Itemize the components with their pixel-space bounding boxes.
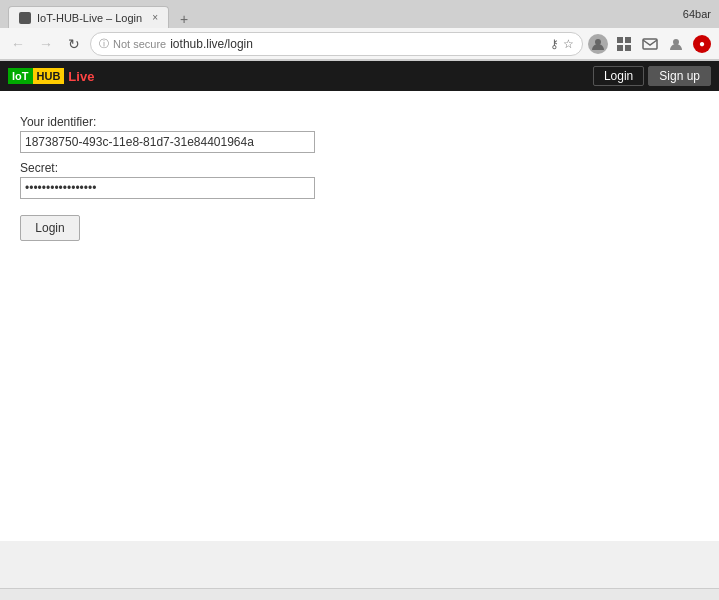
brand-live-label: Live <box>64 67 98 86</box>
svg-rect-2 <box>625 37 631 43</box>
secret-label: Secret: <box>20 161 699 175</box>
header-login-button[interactable]: Login <box>593 66 644 86</box>
refresh-button[interactable]: ↻ <box>62 32 86 56</box>
horizontal-scrollbar[interactable] <box>0 588 719 600</box>
extension-red-icon[interactable]: ● <box>691 33 713 55</box>
secret-input[interactable] <box>20 177 315 199</box>
identifier-label: Your identifier: <box>20 115 699 129</box>
svg-rect-4 <box>625 45 631 51</box>
tab-close-button[interactable]: × <box>152 12 158 23</box>
svg-rect-1 <box>617 37 623 43</box>
svg-rect-3 <box>617 45 623 51</box>
address-bar[interactable]: ⓘ Not secure iothub.live/login ⚷ ☆ <box>90 32 583 56</box>
identifier-field-group: Your identifier: <box>20 115 699 153</box>
bookmark-icon[interactable]: ☆ <box>563 37 574 51</box>
app-header: IoT HUB Live Login Sign up <box>0 61 719 91</box>
identifier-input[interactable] <box>20 131 315 153</box>
window-size-label: 64bar <box>683 8 711 20</box>
url-display: iothub.live/login <box>170 37 546 51</box>
page-content: Your identifier: Secret: Login <box>0 91 719 541</box>
header-nav: Login Sign up <box>593 66 711 86</box>
extension-grid-icon[interactable] <box>613 33 635 55</box>
header-signup-button[interactable]: Sign up <box>648 66 711 86</box>
brand-iot-label: IoT <box>8 68 33 84</box>
svg-rect-5 <box>643 39 657 49</box>
login-submit-button[interactable]: Login <box>20 215 80 241</box>
login-form: Your identifier: Secret: Login <box>20 115 699 241</box>
tab-title: IoT-HUB-Live – Login <box>37 12 142 24</box>
nav-extensions: ● <box>587 33 713 55</box>
brand-logo: IoT HUB Live <box>8 67 98 86</box>
profile-icon[interactable] <box>587 33 609 55</box>
secret-field-group: Secret: <box>20 161 699 199</box>
info-icon: ⓘ <box>99 37 109 51</box>
extension-mail-icon[interactable] <box>639 33 661 55</box>
security-label: Not secure <box>113 38 166 50</box>
new-tab-button[interactable]: + <box>173 10 195 28</box>
title-bar: IoT-HUB-Live – Login × + 64bar <box>0 0 719 28</box>
brand-hub-label: HUB <box>33 68 65 84</box>
nav-bar: ← → ↻ ⓘ Not secure iothub.live/login ⚷ ☆ <box>0 28 719 60</box>
forward-button[interactable]: → <box>34 32 58 56</box>
key-icon: ⚷ <box>550 37 559 51</box>
extension-person-icon[interactable] <box>665 33 687 55</box>
browser-tab[interactable]: IoT-HUB-Live – Login × <box>8 6 169 28</box>
back-button[interactable]: ← <box>6 32 30 56</box>
tab-favicon <box>19 12 31 24</box>
